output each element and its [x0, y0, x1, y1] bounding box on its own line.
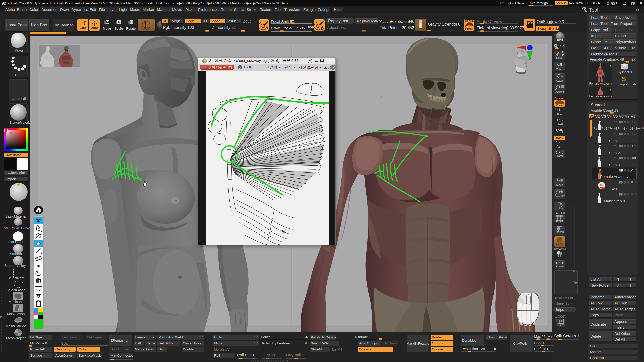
svg-text:x1: x1: [561, 75, 563, 78]
svg-text:D: D: [321, 26, 324, 30]
svg-text:S: S: [622, 75, 626, 83]
svg-text:S: S: [265, 26, 268, 30]
svg-text:S: S: [118, 20, 120, 24]
svg-text:R: R: [130, 20, 133, 24]
svg-text:M: M: [106, 20, 109, 24]
